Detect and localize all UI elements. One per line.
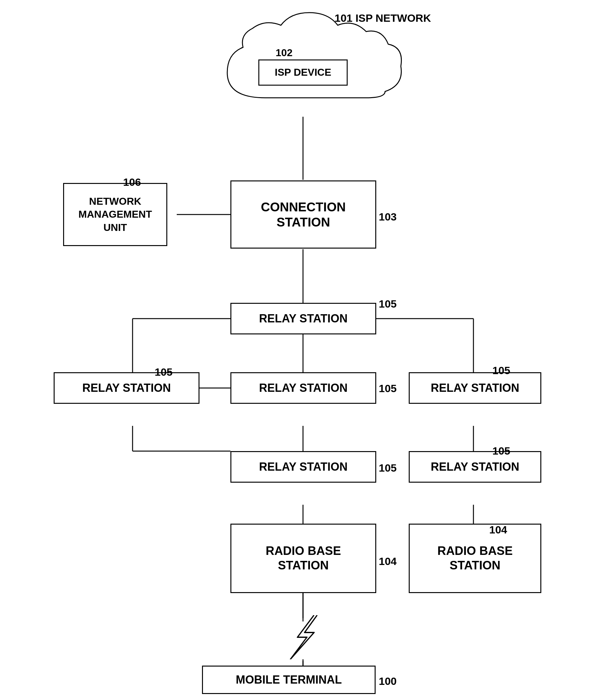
radio-center-ref: 104: [379, 555, 397, 568]
connection-station-ref: 103: [379, 211, 397, 223]
mobile-terminal-box: MOBILE TERMINAL: [202, 666, 376, 694]
connection-station-label: CONNECTIONSTATION: [261, 199, 346, 230]
isp-network-cloud: ISP DEVICE 102: [202, 9, 404, 117]
relay-station-top: RELAY STATION: [230, 303, 376, 334]
relay-center-bottom-ref: 105: [379, 462, 397, 474]
relay-left-label: RELAY STATION: [83, 381, 171, 395]
radio-base-station-center: RADIO BASESTATION: [230, 524, 376, 593]
relay-right-top-label: RELAY STATION: [431, 381, 519, 395]
lightning-symbol: [279, 615, 326, 668]
radio-right-ref: 104: [489, 524, 507, 536]
svg-text:102: 102: [276, 47, 292, 58]
relay-right-top-ref: 105: [492, 364, 510, 377]
relay-center-top-ref: 105: [379, 382, 397, 395]
relay-right-bottom-ref: 105: [492, 445, 510, 457]
relay-station-center-top: RELAY STATION: [230, 372, 376, 404]
isp-network-label: 101 ISP NETWORK: [334, 12, 431, 24]
relay-left-ref: 105: [155, 366, 173, 378]
relay-station-center-bottom: RELAY STATION: [230, 451, 376, 483]
svg-text:ISP DEVICE: ISP DEVICE: [275, 67, 331, 78]
radio-base-station-right: RADIO BASESTATION: [409, 524, 541, 593]
relay-top-ref: 105: [379, 298, 397, 310]
connection-station-box: CONNECTIONSTATION: [230, 180, 376, 248]
relay-station-right-top: RELAY STATION: [409, 372, 541, 404]
radio-center-label: RADIO BASESTATION: [266, 544, 341, 573]
relay-center-top-label: RELAY STATION: [259, 381, 348, 395]
relay-station-right-bottom: RELAY STATION: [409, 451, 541, 483]
mobile-terminal-label: MOBILE TERMINAL: [236, 673, 342, 686]
relay-station-left: RELAY STATION: [54, 372, 200, 404]
network-management-label: NETWORKMANAGEMENTUNIT: [78, 195, 152, 234]
network-management-ref: 106: [123, 176, 141, 188]
network-management-box: NETWORKMANAGEMENTUNIT: [63, 183, 167, 246]
mobile-terminal-ref: 100: [379, 675, 397, 687]
diagram: ISP DEVICE 102 101 ISP NETWORK CONNECTIO…: [0, 0, 606, 700]
relay-right-bottom-label: RELAY STATION: [431, 460, 519, 474]
relay-center-bottom-label: RELAY STATION: [259, 460, 348, 474]
relay-top-label: RELAY STATION: [259, 312, 348, 325]
radio-right-label: RADIO BASESTATION: [438, 544, 513, 573]
